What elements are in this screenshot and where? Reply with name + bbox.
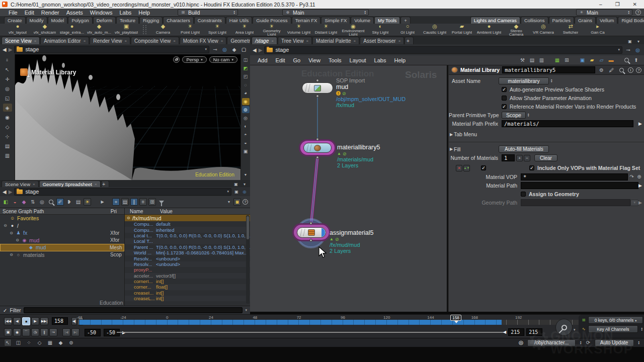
pane-tab[interactable]: Material Palette [312, 37, 359, 44]
debug-badge-icon[interactable]: ▲ [330, 237, 334, 241]
handles-tool-icon[interactable]: ⊹ [3, 132, 12, 140]
op-chooser-icon[interactable]: ⊕ [635, 173, 643, 180]
shelf-tab[interactable]: Lights and Cameras [470, 17, 520, 24]
high-quality-light-icon[interactable]: ◎ [242, 115, 250, 122]
camera-selector[interactable]: No cam [209, 56, 237, 63]
geo-path-input[interactable] [521, 199, 630, 206]
lock-camera-icon[interactable]: ◰ [242, 73, 250, 80]
tree-row[interactable]: ☺ Favorites [0, 215, 124, 222]
menu-item[interactable]: File [5, 10, 21, 16]
normal-lights-icon[interactable]: ◍ [242, 106, 250, 113]
radial-menu-selector[interactable]: ⊕ Main [282, 9, 369, 16]
expand-icon[interactable]: ⊖ [9, 231, 14, 235]
pane-tab[interactable]: Scene View [2, 37, 40, 44]
node-output-dot[interactable] [316, 95, 319, 98]
tabmenu-collapse-icon[interactable]: ▶ [449, 132, 454, 137]
viewport-layout-icon[interactable]: ▣ [242, 148, 250, 155]
tree-row[interactable]: ⊖ ○ materials Scop [0, 251, 124, 259]
node-name-label[interactable]: assignmaterial5 [330, 229, 374, 236]
list-icon[interactable]: ▥ [538, 56, 545, 64]
forward-icon[interactable]: ▶ [259, 47, 263, 53]
set-key-button[interactable] [555, 319, 573, 336]
play-col-icon[interactable]: ▶ [99, 198, 106, 206]
filter-check-icon[interactable]: ✓ [3, 308, 7, 313]
expand-icon[interactable]: ⊖ [9, 252, 14, 257]
maximize-button[interactable]: ❐ [615, 2, 620, 7]
box-pick-icon[interactable]: ▬ [607, 56, 615, 64]
shelf-tool[interactable]: ▸Gan Ca [584, 24, 611, 36]
bypass-badge-icon[interactable]: ⊘ [342, 91, 346, 96]
debug-badge-icon[interactable]: ▲ [337, 151, 341, 156]
pin-icon[interactable]: ⊸ [624, 46, 632, 54]
scene-path-field[interactable]: stage▾ [14, 46, 209, 53]
toolbar-grip[interactable]: ⠿ [3, 56, 12, 64]
info-icon[interactable]: i [628, 67, 633, 73]
sheet-row[interactable]: Local t... T(0.0, 0.0, 0.0) R(0.0, -0.0,… [125, 233, 250, 238]
pane-tab[interactable]: /stage [252, 37, 277, 44]
shelf-tool[interactable]: ◆vfx_shotcam [31, 24, 58, 36]
menu-item[interactable]: Edit [272, 57, 289, 63]
menu-item[interactable]: View [305, 57, 324, 63]
node-output-dot[interactable] [309, 239, 312, 242]
target-icon[interactable]: ◎ [242, 189, 248, 195]
shelf-tool[interactable]: ◆Stereo Camera [503, 24, 530, 36]
node-name-input[interactable]: materiallibrary5 [502, 66, 595, 73]
tree-row[interactable]: ⊖ ● / [0, 222, 124, 230]
node-input-dot[interactable] [316, 79, 319, 82]
sheet-row[interactable]: proxyP... [125, 267, 250, 273]
columns-mode-icon[interactable]: ∥ [130, 198, 138, 206]
light-icon[interactable]: ◌ [242, 81, 250, 88]
expand-icon[interactable]: ⊖ [3, 223, 8, 228]
target-icon[interactable]: ◎ [221, 46, 228, 53]
right-main-menu[interactable]: ✳ Main [576, 9, 632, 16]
pane-maximize-icon[interactable]: ▣ [233, 181, 239, 187]
scale-tool-icon[interactable]: ◱ [3, 94, 12, 102]
realtime-toggle-icon[interactable]: ▣ [4, 328, 12, 336]
back-icon[interactable]: ◀ [3, 189, 7, 195]
node-name-label[interactable]: mud [336, 83, 406, 90]
background-image-icon[interactable]: ▱ [598, 56, 605, 64]
node-materiallibrary[interactable] [303, 143, 332, 153]
sheet-row[interactable]: Local T... [125, 238, 250, 244]
search-icon[interactable] [618, 66, 625, 74]
shelf-tab[interactable]: Simple FX [321, 17, 350, 24]
shelf-tab[interactable]: Particles [549, 17, 574, 24]
tree-row[interactable]: ⊖ ♟ fx Xfor [0, 229, 124, 237]
snap-tool-icon[interactable]: ◇ [3, 123, 12, 131]
pane-max-icon[interactable]: ▣ [233, 189, 239, 195]
shadows-icon[interactable]: ◐ [242, 123, 250, 130]
jump-start-button[interactable]: |◀◀ [4, 317, 12, 325]
menu-item[interactable]: Render [38, 10, 63, 16]
hierarchy-icon[interactable]: ▤ [74, 198, 82, 206]
filter-input[interactable] [24, 307, 243, 313]
sheet-row[interactable]: Compu... inherited [125, 227, 250, 232]
node-input-dot[interactable] [309, 222, 312, 225]
shelf-tool[interactable]: ●Ambient Light [475, 24, 503, 36]
jump-end-button[interactable]: ▶▶| [40, 317, 48, 325]
key-scope-dropdown[interactable]: Key All Channels [588, 325, 638, 333]
node-chooser-icon[interactable]: ▶ [638, 121, 642, 126]
deactivate-icon[interactable]: ◒ [11, 198, 19, 206]
clear-button[interactable]: Clear [534, 154, 557, 161]
smooth-icon[interactable]: ◒ [242, 139, 250, 146]
shelf-tab[interactable]: Hair Utils [226, 17, 253, 24]
close-button[interactable]: ✕ [633, 2, 637, 7]
highlight-icon[interactable]: ✐ [56, 198, 64, 206]
shelf-tab[interactable]: Guide Process [253, 17, 291, 24]
node-assignmaterial[interactable] [297, 227, 326, 238]
sheet-row[interactable]: corner... float[] [125, 284, 250, 290]
follow-playhead-icon[interactable]: ⊸ [49, 328, 57, 336]
range-start-jump[interactable]: |◀ [62, 328, 70, 336]
context-dropdown[interactable]: /obj/character... [527, 339, 576, 346]
node-output-dot[interactable] [316, 156, 319, 159]
transform-mode-icon[interactable]: ⊞ [148, 198, 156, 206]
stop-button[interactable]: ■ [22, 317, 30, 325]
warning-badge-icon[interactable]: ! [336, 91, 341, 96]
inspect-icon[interactable] [47, 198, 55, 206]
list-mode-icon[interactable]: ▤ [121, 198, 129, 206]
back-icon[interactable]: ◀ [3, 47, 7, 52]
view-tool-icon[interactable]: ◉ [3, 113, 12, 121]
enable-checkbox[interactable]: ✓ [481, 165, 486, 170]
shading-icon[interactable]: ◫ [242, 56, 250, 63]
misc-tool-icon[interactable]: ▥ [3, 151, 12, 159]
